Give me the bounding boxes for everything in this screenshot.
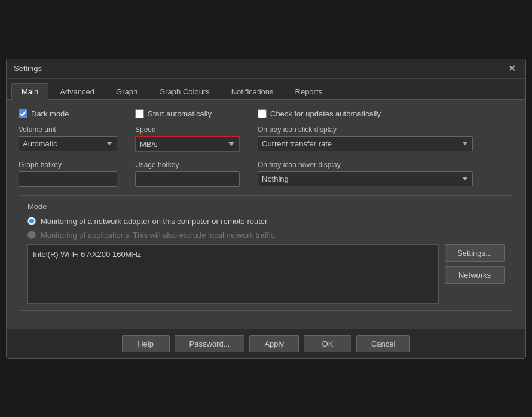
settings-button[interactable]: Settings... — [445, 244, 505, 262]
speed-label: Speed — [135, 125, 246, 134]
speed-group: Speed MB/s KB/s — [135, 125, 246, 152]
start-auto-checkbox[interactable] — [135, 109, 144, 118]
tab-main[interactable]: Main — [11, 83, 48, 100]
footer: Help Password... Apply OK Cancel — [7, 329, 525, 358]
graph-hotkey-group: Graph hotkey — [19, 161, 123, 187]
settings-window: Settings ✕ Main Advanced Graph Graph Col… — [6, 59, 526, 359]
usage-hotkey-input[interactable] — [135, 171, 240, 187]
volume-unit-label: Volume unit — [19, 125, 123, 134]
dark-mode-checkbox[interactable] — [19, 109, 27, 118]
mode-option2-radio[interactable] — [27, 231, 36, 239]
graph-hotkey-label: Graph hotkey — [19, 161, 123, 169]
tab-advanced[interactable]: Advanced — [50, 83, 105, 100]
tab-bar: Main Advanced Graph Graph Colours Notifi… — [7, 79, 525, 100]
mode-section: Mode Monitoring of a network adapter on … — [19, 195, 513, 311]
volume-unit-group: Volume unit Automatic — [19, 125, 123, 151]
tab-notifications[interactable]: Notifications — [221, 83, 284, 100]
adapter-list: Intel(R) Wi-Fi 6 AX200 160MHz — [27, 244, 439, 304]
mode-option2-label: Monitoring of applications. This will al… — [41, 231, 277, 240]
tray-click-select[interactable]: Current transfer rate — [258, 136, 473, 151]
cancel-button[interactable]: Cancel — [356, 335, 410, 352]
mode-bottom: Intel(R) Wi-Fi 6 AX200 160MHz Settings..… — [27, 244, 505, 304]
networks-button[interactable]: Networks — [445, 266, 505, 284]
tray-hover-label: On tray icon hover display — [258, 161, 513, 169]
tray-click-group: On tray icon click display Current trans… — [258, 125, 513, 151]
help-button[interactable]: Help — [122, 335, 170, 352]
close-button[interactable]: ✕ — [506, 64, 518, 73]
check-updates-row: Check for updates automatically — [258, 109, 513, 118]
ok-button[interactable]: OK — [304, 335, 351, 352]
check-updates-checkbox[interactable] — [258, 109, 267, 118]
tab-graph-colours[interactable]: Graph Colours — [149, 83, 220, 100]
adapter-buttons: Settings... Networks — [445, 244, 505, 284]
mode-option1-row: Monitoring of a network adapter on this … — [27, 217, 505, 226]
mode-option2-row: Monitoring of applications. This will al… — [27, 231, 505, 240]
tab-graph[interactable]: Graph — [106, 83, 148, 100]
window-title: Settings — [14, 64, 42, 73]
mode-option1-radio[interactable] — [27, 217, 36, 225]
start-auto-label: Start automatically — [148, 109, 212, 118]
tray-hover-select[interactable]: Nothing — [258, 171, 473, 186]
graph-hotkey-input[interactable] — [19, 171, 117, 187]
apply-button[interactable]: Apply — [249, 335, 299, 352]
usage-hotkey-group: Usage hotkey — [135, 161, 246, 187]
password-button[interactable]: Password... — [175, 335, 245, 352]
volume-unit-select[interactable]: Automatic — [19, 136, 117, 151]
mode-option1-label: Monitoring of a network adapter on this … — [41, 217, 269, 226]
start-auto-row: Start automatically — [135, 109, 246, 118]
main-content: Dark mode Start automatically Check for … — [7, 100, 525, 329]
tray-click-label: On tray icon click display — [258, 125, 513, 134]
adapter-name: Intel(R) Wi-Fi 6 AX200 160MHz — [33, 250, 141, 259]
mode-title: Mode — [27, 202, 505, 211]
speed-select[interactable]: MB/s KB/s — [135, 136, 240, 152]
usage-hotkey-label: Usage hotkey — [135, 161, 246, 169]
title-bar: Settings ✕ — [7, 59, 525, 79]
dark-mode-label: Dark mode — [31, 109, 69, 118]
check-updates-label: Check for updates automatically — [270, 109, 381, 118]
tray-hover-group: On tray icon hover display Nothing — [258, 161, 513, 186]
dark-mode-row: Dark mode — [19, 109, 123, 118]
tab-reports[interactable]: Reports — [285, 83, 333, 100]
